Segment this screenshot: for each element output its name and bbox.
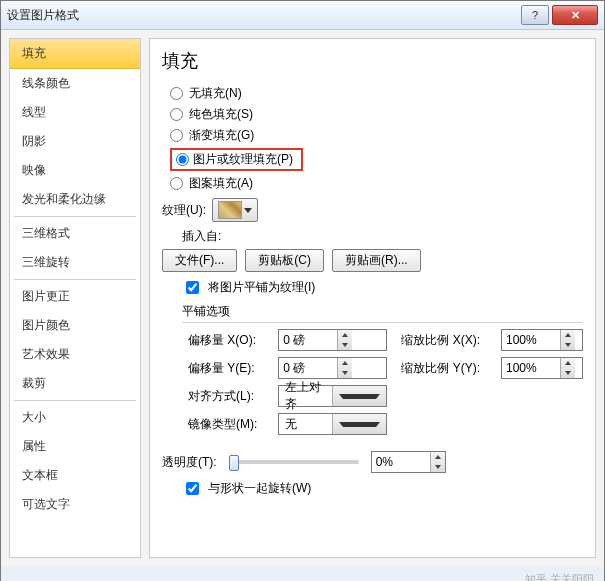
spin-down-icon[interactable] <box>561 340 575 350</box>
footer-watermark: 知乎 关关阳阳 <box>1 566 604 581</box>
transparency-input[interactable] <box>371 451 446 473</box>
offset-y-input[interactable] <box>278 357 387 379</box>
sidebar-separator <box>14 400 136 401</box>
sidebar-item[interactable]: 艺术效果 <box>10 340 140 369</box>
sidebar-item[interactable]: 发光和柔化边缘 <box>10 185 140 214</box>
rotate-checkbox[interactable] <box>186 482 199 495</box>
chevron-down-icon <box>244 208 252 213</box>
radio-picture[interactable] <box>176 153 189 166</box>
offset-y-label: 偏移量 Y(E): <box>188 360 264 377</box>
transparency-field[interactable] <box>372 452 430 472</box>
section-heading: 填充 <box>162 49 583 73</box>
sidebar-item[interactable]: 阴影 <box>10 127 140 156</box>
scale-x-label: 缩放比例 X(X): <box>401 332 487 349</box>
highlighted-option: 图片或纹理填充(P) <box>170 148 303 171</box>
tile-checkbox-label: 将图片平铺为纹理(I) <box>208 279 315 296</box>
title-bar: 设置图片格式 ? ✕ <box>1 1 604 30</box>
texture-row: 纹理(U): <box>162 198 583 222</box>
help-button[interactable]: ? <box>521 5 549 25</box>
radio-none[interactable] <box>170 87 183 100</box>
offset-x-input[interactable] <box>278 329 387 351</box>
tile-checkbox-row[interactable]: 将图片平铺为纹理(I) <box>182 278 583 297</box>
spin-down-icon[interactable] <box>431 462 445 472</box>
offset-y-field[interactable] <box>279 358 337 378</box>
scale-x-input[interactable] <box>501 329 583 351</box>
sidebar-item[interactable]: 映像 <box>10 156 140 185</box>
fill-option-solid[interactable]: 纯色填充(S) <box>162 104 583 125</box>
radio-gradient[interactable] <box>170 129 183 142</box>
radio-solid-label: 纯色填充(S) <box>189 106 253 123</box>
sidebar-item[interactable]: 填充 <box>10 39 140 69</box>
sidebar-item[interactable]: 线条颜色 <box>10 69 140 98</box>
fill-option-none[interactable]: 无填充(N) <box>162 83 583 104</box>
window-buttons: ? ✕ <box>521 5 598 25</box>
mirror-select[interactable]: 无 <box>278 413 387 435</box>
transparency-row: 透明度(T): <box>162 451 583 473</box>
offset-x-label: 偏移量 X(O): <box>188 332 264 349</box>
transparency-label: 透明度(T): <box>162 454 217 471</box>
sidebar-item[interactable]: 文本框 <box>10 461 140 490</box>
sidebar-item[interactable]: 大小 <box>10 403 140 432</box>
sidebar-item[interactable]: 三维旋转 <box>10 248 140 277</box>
sidebar-item[interactable]: 可选文字 <box>10 490 140 519</box>
sidebar-item[interactable]: 裁剪 <box>10 369 140 398</box>
scale-y-field[interactable] <box>502 358 560 378</box>
spin-down-icon[interactable] <box>561 368 575 378</box>
sidebar-item[interactable]: 图片更正 <box>10 282 140 311</box>
fill-option-gradient[interactable]: 渐变填充(G) <box>162 125 583 146</box>
radio-solid[interactable] <box>170 108 183 121</box>
rotate-checkbox-label: 与形状一起旋转(W) <box>208 480 311 497</box>
scale-y-input[interactable] <box>501 357 583 379</box>
texture-picker[interactable] <box>212 198 258 222</box>
sidebar-separator <box>14 216 136 217</box>
sidebar-item[interactable]: 属性 <box>10 432 140 461</box>
close-button[interactable]: ✕ <box>552 5 598 25</box>
fill-option-pattern[interactable]: 图案填充(A) <box>162 173 583 194</box>
insert-buttons: 文件(F)... 剪贴板(C) 剪贴画(R)... <box>162 249 583 272</box>
align-select[interactable]: 左上对齐 <box>278 385 387 407</box>
spin-up-icon[interactable] <box>561 358 575 368</box>
dialog-body: 填充线条颜色线型阴影映像发光和柔化边缘三维格式三维旋转图片更正图片颜色艺术效果裁… <box>1 30 604 566</box>
sidebar-item[interactable]: 线型 <box>10 98 140 127</box>
clipart-button[interactable]: 剪贴画(R)... <box>332 249 421 272</box>
fill-option-picture[interactable]: 图片或纹理填充(P) <box>162 146 583 173</box>
scale-y-label: 缩放比例 Y(Y): <box>401 360 487 377</box>
align-label: 对齐方式(L): <box>188 388 264 405</box>
radio-pattern[interactable] <box>170 177 183 190</box>
insert-from-label: 插入自: <box>182 228 583 245</box>
spin-down-icon[interactable] <box>338 368 352 378</box>
sidebar-item[interactable]: 图片颜色 <box>10 311 140 340</box>
sidebar-separator <box>14 279 136 280</box>
mirror-label: 镜像类型(M): <box>188 416 264 433</box>
tile-checkbox[interactable] <box>186 281 199 294</box>
scale-x-field[interactable] <box>502 330 560 350</box>
radio-pattern-label: 图案填充(A) <box>189 175 253 192</box>
chevron-down-icon <box>339 422 380 427</box>
spin-down-icon[interactable] <box>338 340 352 350</box>
file-button[interactable]: 文件(F)... <box>162 249 237 272</box>
radio-none-label: 无填充(N) <box>189 85 242 102</box>
category-sidebar: 填充线条颜色线型阴影映像发光和柔化边缘三维格式三维旋转图片更正图片颜色艺术效果裁… <box>9 38 141 558</box>
spin-up-icon[interactable] <box>338 330 352 340</box>
radio-picture-label: 图片或纹理填充(P) <box>193 151 293 168</box>
spin-up-icon[interactable] <box>431 452 445 462</box>
offset-x-field[interactable] <box>279 330 337 350</box>
radio-gradient-label: 渐变填充(G) <box>189 127 254 144</box>
texture-label: 纹理(U): <box>162 202 206 219</box>
mirror-value: 无 <box>279 416 332 433</box>
spin-up-icon[interactable] <box>338 358 352 368</box>
transparency-slider[interactable] <box>229 460 359 464</box>
spin-up-icon[interactable] <box>561 330 575 340</box>
align-value: 左上对齐 <box>279 379 332 413</box>
tile-group-label: 平铺选项 <box>182 303 583 320</box>
dialog-window: 设置图片格式 ? ✕ 填充线条颜色线型阴影映像发光和柔化边缘三维格式三维旋转图片… <box>0 0 605 581</box>
slider-thumb[interactable] <box>229 455 239 471</box>
chevron-down-icon <box>339 394 380 399</box>
clipboard-button[interactable]: 剪贴板(C) <box>245 249 324 272</box>
rotate-checkbox-row[interactable]: 与形状一起旋转(W) <box>182 479 583 498</box>
content-pane: 填充 无填充(N) 纯色填充(S) 渐变填充(G) 图片或纹理填充(P) <box>149 38 596 558</box>
tile-options-grid: 偏移量 X(O): 缩放比例 X(X): 偏移量 Y(E): 缩放比例 Y(Y)… <box>188 329 583 435</box>
window-title: 设置图片格式 <box>7 7 521 24</box>
texture-swatch <box>218 201 242 219</box>
sidebar-item[interactable]: 三维格式 <box>10 219 140 248</box>
